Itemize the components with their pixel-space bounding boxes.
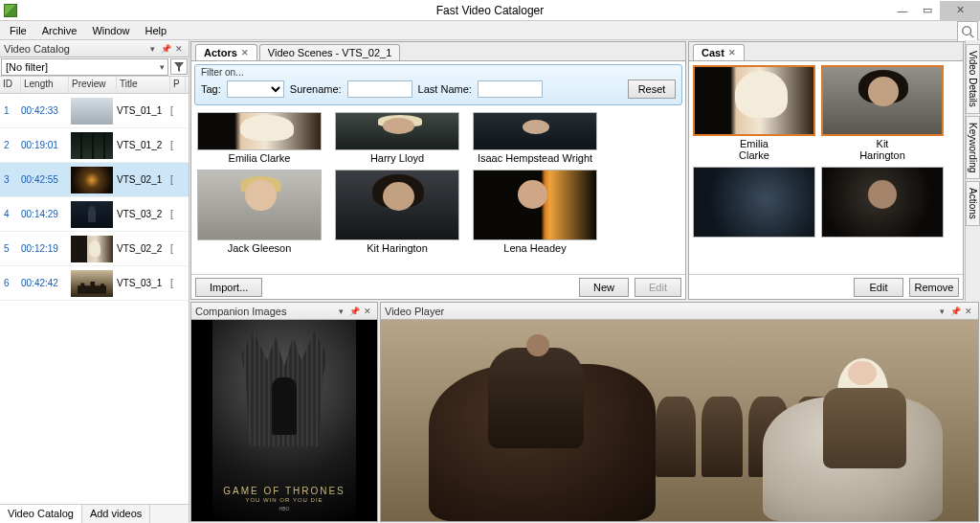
- actors-buttons: Import... New Edit: [191, 274, 685, 299]
- catalog-filter-combo[interactable]: [No filter]: [1, 58, 168, 76]
- actor-item[interactable]: Lena Headey: [473, 170, 597, 254]
- video-player-title: Video Player: [385, 306, 444, 317]
- video-player-body[interactable]: [381, 320, 978, 521]
- edit-actor-button[interactable]: Edit: [635, 278, 681, 297]
- table-row[interactable]: 500:12:19VTS_02_2[: [0, 232, 189, 266]
- title-bar: Fast Video Cataloger — ▭ ✕: [0, 0, 980, 21]
- video-catalog-title: Video Catalog: [4, 43, 70, 55]
- cast-tab-strip: Cast✕: [689, 42, 963, 61]
- tab-video-catalog[interactable]: Video Catalog: [0, 505, 82, 523]
- vtab-video-details[interactable]: Video Details: [966, 44, 980, 114]
- catalog-filter-text: [No filter]: [6, 61, 48, 73]
- cast-buttons: Edit Remove: [689, 274, 963, 299]
- companion-title: Companion Images: [195, 306, 286, 317]
- new-button[interactable]: New: [579, 278, 629, 297]
- actors-filter-box: Filter on... Tag: Surename: Last Name: R…: [194, 64, 682, 105]
- lastname-label: Last Name:: [418, 83, 472, 95]
- menu-bar: File Archive Window Help: [0, 21, 980, 40]
- menu-file[interactable]: File: [2, 23, 34, 38]
- pin-icon[interactable]: 📌: [160, 43, 171, 55]
- close-panel-icon[interactable]: ✕: [173, 43, 185, 55]
- app-title: Fast Video Cataloger: [436, 4, 545, 17]
- actor-item[interactable]: Emilia Clarke: [197, 112, 322, 164]
- tab-cast[interactable]: Cast✕: [693, 44, 745, 60]
- cast-item[interactable]: [693, 167, 815, 251]
- tab-video-scenes[interactable]: Video Scenes - VTS_02_1: [259, 44, 400, 60]
- vertical-tabs: Video Details Keywording Actions: [965, 40, 980, 301]
- filter-icon[interactable]: [170, 58, 188, 75]
- lastname-input[interactable]: [478, 80, 543, 98]
- vtab-keywording[interactable]: Keywording: [966, 116, 980, 179]
- app-icon: [4, 4, 17, 17]
- menu-archive[interactable]: Archive: [34, 23, 85, 38]
- svg-point-0: [963, 27, 971, 35]
- video-catalog-panel: Video Catalog ▾ 📌 ✕ [No filter] ID Lengt…: [0, 40, 189, 523]
- actors-tab-strip: Actors✕ Video Scenes - VTS_02_1: [191, 42, 685, 61]
- import-button[interactable]: Import...: [195, 278, 262, 297]
- video-player-panel: Video Player ▾ 📌 ✕: [380, 302, 979, 522]
- tag-label: Tag:: [201, 83, 221, 95]
- actor-item[interactable]: Jack Gleeson: [197, 170, 322, 254]
- companion-header: Companion Images ▾ 📌 ✕: [191, 303, 377, 320]
- close-panel-icon[interactable]: ✕: [362, 306, 373, 317]
- reset-button[interactable]: Reset: [628, 80, 676, 99]
- pin-icon[interactable]: 📌: [949, 306, 961, 317]
- video-catalog-header: Video Catalog ▾ 📌 ✕: [0, 40, 189, 57]
- companion-panel: Companion Images ▾ 📌 ✕ GAME OF THRONES Y…: [190, 302, 378, 522]
- table-row[interactable]: 400:14:29VTS_03_2[: [0, 197, 189, 232]
- menu-help[interactable]: Help: [138, 23, 175, 38]
- dropdown-icon[interactable]: ▾: [936, 306, 947, 317]
- catalog-table: ID Length Preview Title P 100:42:33VTS_0…: [0, 77, 189, 504]
- cast-grid[interactable]: EmiliaClarkeKitHarington: [689, 61, 963, 274]
- tab-actors[interactable]: Actors✕: [195, 44, 257, 60]
- poster-image: GAME OF THRONES YOU WIN OR YOU DIE HBO: [212, 320, 356, 521]
- col-id[interactable]: ID: [0, 77, 21, 93]
- tab-add-videos[interactable]: Add videos: [82, 505, 150, 523]
- vtab-actions[interactable]: Actions: [966, 181, 980, 226]
- pin-icon[interactable]: 📌: [348, 306, 360, 317]
- table-row[interactable]: 600:42:42VTS_03_1[: [0, 266, 189, 301]
- actors-panel: Actors✕ Video Scenes - VTS_02_1 Filter o…: [190, 41, 686, 300]
- table-row[interactable]: 300:42:55VTS_02_1[: [0, 163, 189, 197]
- table-row[interactable]: 200:19:01VTS_01_2[: [0, 128, 189, 163]
- actors-grid[interactable]: Emilia ClarkeHarry LloydIsaac Hempstead …: [191, 108, 685, 274]
- dropdown-icon[interactable]: ▾: [335, 306, 346, 317]
- cast-item[interactable]: EmiliaClarke: [693, 65, 815, 161]
- cast-item[interactable]: [821, 167, 944, 251]
- col-p[interactable]: P: [170, 77, 186, 93]
- actor-item[interactable]: Kit Harington: [335, 170, 459, 254]
- catalog-table-head: ID Length Preview Title P: [0, 77, 189, 94]
- close-button[interactable]: ✕: [940, 1, 980, 20]
- col-preview[interactable]: Preview: [69, 77, 117, 93]
- remove-cast-button[interactable]: Remove: [909, 278, 959, 297]
- table-row[interactable]: 100:42:33VTS_01_1[: [0, 94, 189, 128]
- actor-item[interactable]: Harry Lloyd: [335, 112, 459, 164]
- close-panel-icon[interactable]: ✕: [963, 306, 974, 317]
- close-icon[interactable]: ✕: [241, 48, 249, 57]
- minimize-button[interactable]: —: [890, 1, 915, 20]
- catalog-bottom-tabs: Video Catalog Add videos: [0, 504, 189, 523]
- col-length[interactable]: Length: [21, 77, 69, 93]
- companion-body[interactable]: GAME OF THRONES YOU WIN OR YOU DIE HBO: [191, 320, 377, 521]
- svg-line-1: [970, 34, 974, 38]
- cast-item[interactable]: KitHarington: [821, 65, 944, 161]
- surname-input[interactable]: [347, 80, 412, 98]
- maximize-button[interactable]: ▭: [915, 1, 940, 20]
- dropdown-icon[interactable]: ▾: [146, 43, 158, 55]
- search-button[interactable]: [957, 21, 978, 42]
- actor-item[interactable]: Isaac Hempstead Wright: [473, 112, 597, 164]
- filter-label: Filter on...: [201, 67, 676, 78]
- col-title[interactable]: Title: [117, 77, 170, 93]
- surname-label: Surename:: [290, 83, 342, 95]
- edit-cast-button[interactable]: Edit: [854, 278, 903, 297]
- close-icon[interactable]: ✕: [728, 48, 736, 57]
- tag-select[interactable]: [227, 80, 284, 98]
- video-player-header: Video Player ▾ 📌 ✕: [381, 303, 978, 320]
- window-buttons: — ▭ ✕: [890, 1, 980, 20]
- menu-window[interactable]: Window: [84, 23, 137, 38]
- cast-panel: Cast✕ EmiliaClarkeKitHarington Edit Remo…: [688, 41, 964, 300]
